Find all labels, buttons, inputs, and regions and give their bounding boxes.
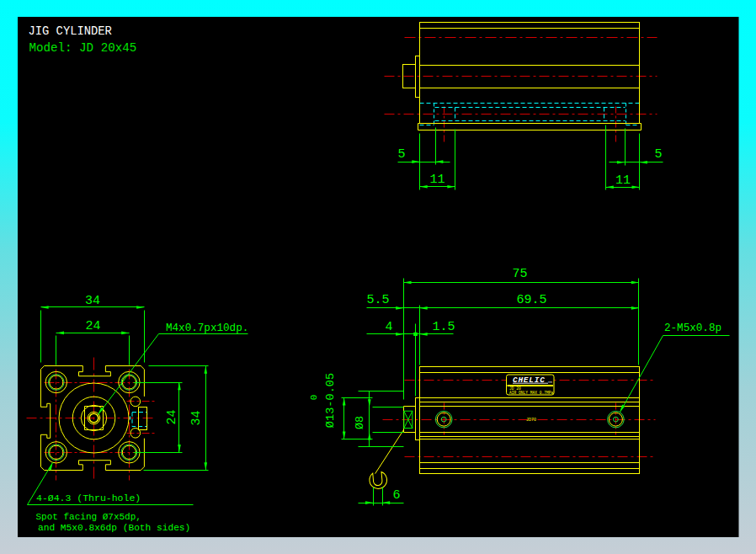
svg-text:2-M5x0.8p: 2-M5x0.8p — [664, 322, 721, 334]
svg-text:5: 5 — [654, 147, 662, 162]
svg-text:5.5: 5.5 — [366, 293, 389, 307]
svg-text:75: 75 — [512, 267, 527, 281]
svg-text:11: 11 — [429, 173, 445, 187]
svg-text:4-Ø4.3 (Thru-hole): 4-Ø4.3 (Thru-hole) — [36, 493, 141, 503]
svg-text:69.5: 69.5 — [517, 293, 547, 307]
svg-text:and M5x0.8x6dp (Both sides): and M5x0.8x6dp (Both sides) — [38, 523, 190, 533]
svg-text:24: 24 — [85, 319, 100, 333]
svg-text:JD70: JD70 — [526, 418, 536, 423]
svg-text:34: 34 — [189, 410, 204, 425]
svg-text:M4x0.7px10dp.: M4x0.7px10dp. — [166, 322, 248, 334]
svg-text:Ø8: Ø8 — [354, 416, 366, 429]
svg-text:Model: JD 20x45: Model: JD 20x45 — [29, 41, 137, 55]
svg-text:6: 6 — [392, 488, 400, 503]
svg-text:4: 4 — [385, 320, 392, 334]
svg-text:JIG CYLINDER: JIG CYLINDER — [29, 25, 112, 38]
svg-text:24: 24 — [166, 410, 180, 425]
svg-text:AIR ONLY MAX 0.7MPa: AIR ONLY MAX 0.7MPa — [509, 391, 554, 395]
svg-text:11: 11 — [615, 173, 631, 188]
svg-text:0: 0 — [309, 395, 319, 401]
svg-text:1.5: 1.5 — [432, 320, 455, 334]
svg-text:Ø13-0.05: Ø13-0.05 — [324, 373, 337, 428]
svg-text:34: 34 — [85, 294, 100, 308]
svg-text:5: 5 — [397, 147, 405, 162]
svg-text:Spot facing Ø7x5dp,: Spot facing Ø7x5dp, — [36, 512, 141, 522]
svg-text:TM: TM — [548, 381, 553, 384]
